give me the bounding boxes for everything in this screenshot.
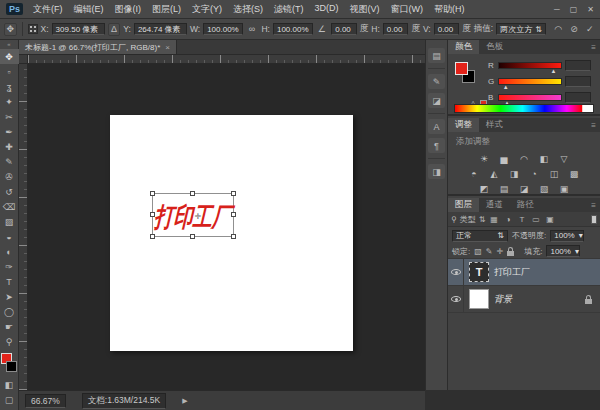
height-input[interactable]: 100.00%	[273, 23, 313, 35]
history-panel-icon[interactable]: ▤	[428, 48, 445, 63]
transform-handle-n[interactable]	[190, 191, 195, 196]
y-input[interactable]: 264.74 像素	[134, 23, 187, 35]
cancel-transform-icon[interactable]: ⊘	[568, 23, 581, 36]
chevron-updown-icon[interactable]: ⇅	[479, 215, 486, 224]
selective-color-icon[interactable]: ▣	[557, 182, 572, 195]
transform-handle-e[interactable]	[231, 212, 236, 217]
angle-input[interactable]: 0.00	[331, 23, 357, 35]
character-panel-icon[interactable]: A	[428, 119, 445, 134]
visibility-cell[interactable]	[448, 259, 464, 285]
transform-handle-se[interactable]	[231, 234, 236, 239]
panel-menu-icon[interactable]: ≡	[587, 118, 600, 132]
canvas[interactable]: 打印工厂 ✛	[110, 115, 353, 351]
filter-smart-objects-icon[interactable]: ▣	[545, 215, 556, 224]
vskew-input[interactable]: 0.00	[434, 23, 460, 35]
width-input[interactable]: 100.00%	[203, 23, 243, 35]
filter-shape-layers-icon[interactable]: ▭	[531, 215, 542, 224]
vibrance-icon[interactable]: ▽	[557, 152, 572, 165]
tool-eraser[interactable]: ⌫	[0, 199, 19, 214]
transform-handle-nw[interactable]	[150, 191, 155, 196]
layer-row-type[interactable]: T 打印工厂	[448, 259, 600, 286]
document-tab[interactable]: 未标题-1 @ 66.7%(打印工厂, RGB/8)* ×	[19, 40, 177, 54]
fill-field[interactable]: 100% ▾	[546, 245, 580, 257]
tab-paths[interactable]: 路径	[510, 198, 541, 212]
transform-handle-sw[interactable]	[150, 234, 155, 239]
paragraph-panel-icon[interactable]: ¶	[428, 138, 445, 153]
exposure-icon[interactable]: ◧	[537, 152, 552, 165]
maximize-icon[interactable]: ▢	[570, 5, 578, 14]
link-dimensions-icon[interactable]: ∞	[246, 23, 259, 36]
menu-help[interactable]: 帮助(H)	[434, 3, 465, 16]
clone-source-panel-icon[interactable]: ◨	[428, 164, 445, 179]
lock-all-icon[interactable]	[507, 251, 514, 256]
tool-hand[interactable]: ☛	[0, 319, 19, 334]
tab-layers[interactable]: 图层	[448, 198, 479, 212]
red-slider-handle[interactable]: ▲	[551, 68, 557, 74]
tool-clone-stamp[interactable]: ✇	[0, 169, 19, 184]
menu-file[interactable]: 文件(F)	[33, 3, 63, 16]
levels-icon[interactable]: ▅	[497, 152, 512, 165]
black-white-icon[interactable]: ◨	[507, 167, 522, 180]
tool-eyedropper[interactable]: ✒	[0, 124, 19, 139]
x-input[interactable]: 309.50 像素	[52, 23, 105, 35]
color-spectrum-ramp[interactable]	[454, 104, 594, 113]
screen-mode-button[interactable]: ▢	[0, 392, 19, 407]
tool-zoom[interactable]: ⚲	[0, 334, 19, 349]
adjust-sliders-panel-icon[interactable]: ◪	[428, 93, 445, 108]
invert-icon[interactable]: ◩	[477, 182, 492, 195]
tab-color[interactable]: 颜色	[448, 40, 479, 54]
interpolation-select[interactable]: 两次立方 ⇅	[496, 23, 546, 35]
transform-handle-s[interactable]	[190, 234, 195, 239]
tab-adjustments[interactable]: 调整	[448, 118, 479, 132]
posterize-icon[interactable]: ▤	[497, 182, 512, 195]
menu-3d[interactable]: 3D(D)	[315, 3, 339, 16]
green-slider-track[interactable]: ▲	[498, 78, 562, 85]
filter-type-label[interactable]: 类型	[460, 214, 476, 225]
properties-panel-icon[interactable]: ✎	[428, 74, 445, 89]
visibility-cell[interactable]	[448, 286, 464, 312]
menu-view[interactable]: 视图(V)	[350, 3, 380, 16]
filter-pixel-layers-icon[interactable]: ▦	[489, 215, 500, 224]
lock-position-icon[interactable]: ✛	[497, 247, 504, 256]
menu-filter[interactable]: 滤镜(T)	[274, 3, 304, 16]
color-balance-icon[interactable]: ◭	[487, 167, 502, 180]
brightness-contrast-icon[interactable]: ☀	[477, 152, 492, 165]
toolbar-collapse-icon[interactable]: «	[7, 40, 10, 49]
menu-window[interactable]: 窗口(W)	[391, 3, 424, 16]
menu-image[interactable]: 图像(I)	[115, 3, 142, 16]
tool-brush[interactable]: ✎	[0, 154, 19, 169]
background-layer-thumbnail[interactable]	[469, 289, 489, 309]
commit-transform-icon[interactable]: ✓	[583, 23, 596, 36]
red-slider-track[interactable]: ▲	[498, 62, 562, 69]
layer-name[interactable]: 背景	[494, 293, 512, 306]
menu-layer[interactable]: 图层(L)	[152, 3, 181, 16]
menu-type[interactable]: 文字(Y)	[192, 3, 222, 16]
transform-handle-ne[interactable]	[231, 191, 236, 196]
color-lookup-icon[interactable]: ▩	[567, 167, 582, 180]
channel-mixer-icon[interactable]: ◫	[547, 167, 562, 180]
background-color-swatch[interactable]	[6, 361, 17, 372]
tab-swatches[interactable]: 色板	[479, 40, 510, 54]
threshold-icon[interactable]: ◪	[517, 182, 532, 195]
filter-type-layers-icon[interactable]: T	[517, 215, 528, 224]
panel-foreground-swatch[interactable]	[455, 62, 468, 75]
tool-horizontal-type[interactable]: T	[0, 274, 19, 289]
minimize-icon[interactable]: ─	[554, 5, 560, 14]
tool-rectangular-marquee[interactable]: ▫	[0, 64, 19, 79]
tab-styles[interactable]: 样式	[479, 118, 510, 132]
photo-filter-icon[interactable]: ◔	[527, 167, 542, 180]
zoom-level-field[interactable]: 66.67%	[25, 394, 66, 408]
transform-center-point[interactable]: ✛	[195, 212, 202, 221]
opacity-field[interactable]: 100% ▾	[550, 230, 584, 242]
transform-handle-w[interactable]	[150, 212, 155, 217]
red-value-field[interactable]	[565, 60, 591, 71]
panel-menu-icon[interactable]: ≡	[587, 198, 600, 212]
gradient-map-icon[interactable]: ▧	[537, 182, 552, 195]
filter-adjustment-layers-icon[interactable]: ◑	[503, 215, 514, 224]
tool-preset-icon[interactable]: ✥	[4, 23, 17, 36]
menu-select[interactable]: 选择(S)	[233, 3, 263, 16]
close-icon[interactable]: ✕	[587, 5, 594, 14]
tab-close-icon[interactable]: ×	[165, 43, 170, 52]
tool-lasso[interactable]: ʓ	[0, 79, 19, 94]
curves-icon[interactable]: ◠	[517, 152, 532, 165]
